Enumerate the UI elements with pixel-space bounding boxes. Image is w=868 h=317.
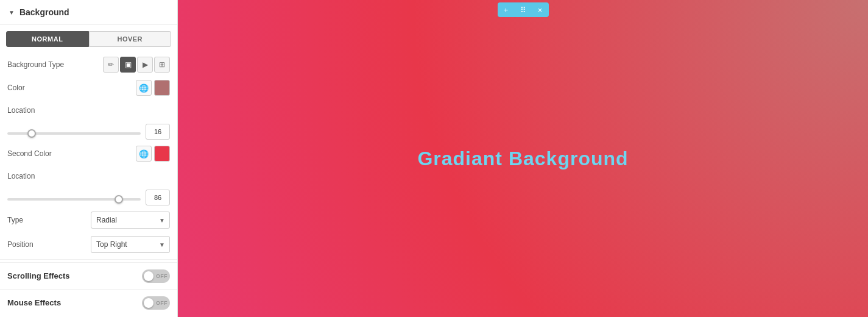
type-video-btn[interactable]: ▶ bbox=[137, 57, 153, 73]
mouse-effects-row: Mouse Effects OFF bbox=[0, 289, 177, 316]
scrolling-effects-label: Scrolling Effects bbox=[7, 271, 142, 280]
position-select[interactable]: Top Left Top Right Top Center Center Bot… bbox=[91, 236, 170, 253]
position-label: Position bbox=[7, 240, 91, 249]
location2-slider-wrap bbox=[7, 192, 141, 203]
canvas-toolbar: + ⠿ × bbox=[498, 2, 549, 17]
scrolling-effects-row: Scrolling Effects OFF bbox=[0, 262, 177, 289]
tab-normal[interactable]: NORMAL bbox=[6, 31, 89, 47]
type-gradient-btn[interactable]: ▣ bbox=[120, 57, 136, 73]
background-type-controls: ✏ ▣ ▶ ⊞ bbox=[103, 57, 170, 73]
second-color-globe-btn[interactable]: 🌐 bbox=[136, 146, 152, 162]
mouse-effects-thumb bbox=[144, 298, 153, 308]
panel-title: Background bbox=[19, 7, 69, 17]
location2-slider-row bbox=[0, 187, 177, 208]
location1-label: Location bbox=[7, 106, 170, 115]
left-panel: ▼ Background NORMAL HOVER Background Typ… bbox=[0, 0, 178, 317]
type-select[interactable]: Linear Radial bbox=[91, 212, 170, 229]
location2-value[interactable] bbox=[146, 190, 170, 205]
second-color-controls: 🌐 bbox=[136, 146, 170, 162]
location1-slider-wrap bbox=[7, 126, 141, 137]
type-pencil-btn[interactable]: ✏ bbox=[103, 57, 119, 73]
color-row: Color 🌐 bbox=[0, 76, 177, 99]
mouse-effects-toggle[interactable]: OFF bbox=[142, 296, 170, 310]
canvas-area: + ⠿ × Gradiant Background bbox=[178, 0, 868, 317]
type-image-btn[interactable]: ⊞ bbox=[154, 57, 170, 73]
scrolling-effects-toggle[interactable]: OFF bbox=[142, 269, 170, 283]
mode-tabs: NORMAL HOVER bbox=[0, 25, 177, 53]
mouse-effects-label: Mouse Effects bbox=[7, 298, 142, 307]
type-row: Type Linear Radial ▼ bbox=[0, 208, 177, 232]
second-color-row: Second Color 🌐 bbox=[0, 142, 177, 165]
scrolling-effects-state: OFF bbox=[156, 273, 168, 279]
chevron-down-icon: ▼ bbox=[9, 9, 15, 16]
canvas-background: + ⠿ × Gradiant Background bbox=[178, 0, 868, 317]
canvas-title: Gradiant Background bbox=[417, 148, 628, 170]
scrolling-effects-thumb bbox=[144, 271, 153, 281]
second-color-label: Second Color bbox=[7, 149, 136, 158]
type-label: Type bbox=[7, 216, 91, 224]
color-controls: 🌐 bbox=[136, 80, 170, 96]
second-color-swatch[interactable] bbox=[154, 146, 170, 162]
divider1 bbox=[0, 259, 177, 260]
location2-label: Location bbox=[7, 172, 170, 180]
mouse-effects-track: OFF bbox=[142, 296, 170, 310]
location1-label-row: Location bbox=[0, 99, 177, 121]
canvas-close-btn[interactable]: × bbox=[532, 2, 549, 17]
panel-header: ▼ Background bbox=[0, 0, 177, 25]
location2-slider[interactable] bbox=[7, 198, 141, 201]
location1-value[interactable] bbox=[146, 124, 170, 140]
canvas-add-btn[interactable]: + bbox=[498, 2, 515, 17]
location2-label-row: Location bbox=[0, 165, 177, 187]
background-type-label: Background Type bbox=[7, 60, 103, 69]
position-row: Position Top Left Top Right Top Center C… bbox=[0, 232, 177, 257]
canvas-move-btn[interactable]: ⠿ bbox=[515, 2, 532, 17]
color-label: Color bbox=[7, 84, 136, 92]
scrolling-effects-track: OFF bbox=[142, 269, 170, 283]
tab-hover[interactable]: HOVER bbox=[89, 31, 172, 47]
background-type-row: Background Type ✏ ▣ ▶ ⊞ bbox=[0, 53, 177, 76]
type-select-wrap: Linear Radial ▼ bbox=[91, 212, 170, 229]
location1-slider-row bbox=[0, 121, 177, 142]
color-swatch[interactable] bbox=[154, 80, 170, 96]
location1-slider[interactable] bbox=[7, 132, 141, 135]
mouse-effects-state: OFF bbox=[156, 300, 168, 306]
color-globe-btn[interactable]: 🌐 bbox=[136, 80, 152, 96]
position-select-wrap: Top Left Top Right Top Center Center Bot… bbox=[91, 236, 170, 253]
